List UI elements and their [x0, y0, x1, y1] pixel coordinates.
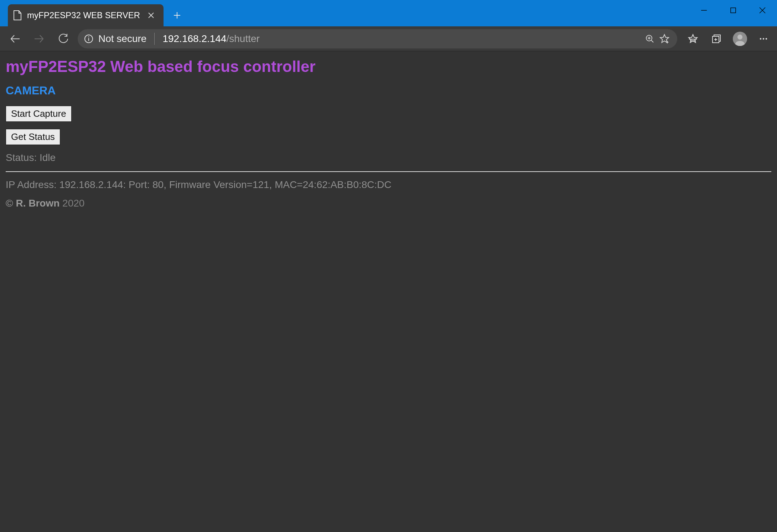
browser-window: myFP2ESP32 WEB SERVER	[0, 0, 777, 532]
browser-tab[interactable]: myFP2ESP32 WEB SERVER	[8, 4, 164, 26]
favorites-icon[interactable]	[684, 30, 701, 47]
get-status-button[interactable]: Get Status	[6, 129, 60, 145]
page-heading: myFP2ESP32 Web based focus controller	[6, 58, 771, 75]
titlebar: myFP2ESP32 WEB SERVER	[0, 0, 777, 26]
add-favorite-icon[interactable]	[659, 34, 669, 44]
url-path: /shutter	[226, 33, 259, 44]
new-tab-button[interactable]	[168, 6, 186, 25]
window-controls	[689, 0, 777, 26]
tabs-region: myFP2ESP32 WEB SERVER	[0, 0, 186, 26]
svg-rect-5	[731, 8, 736, 13]
copyright-year: 2020	[62, 198, 84, 209]
footer-info: IP Address: 192.168.2.144: Port: 80, Fir…	[6, 179, 771, 191]
close-tab-icon[interactable]	[145, 9, 157, 21]
status-value: Idle	[40, 152, 56, 163]
security-label: Not secure	[98, 33, 146, 45]
back-button[interactable]	[5, 29, 25, 49]
author-name: R. Brown	[16, 198, 59, 209]
start-capture-button[interactable]: Start Capture	[6, 106, 72, 122]
page-content: myFP2ESP32 Web based focus controller CA…	[0, 51, 777, 532]
more-menu-icon[interactable]	[755, 30, 772, 47]
refresh-button[interactable]	[53, 29, 73, 49]
status-label: Status:	[6, 152, 37, 163]
avatar-icon	[733, 32, 747, 46]
toolbar: Not secure 192.168.2.144/shutter	[0, 26, 777, 51]
maximize-button[interactable]	[719, 2, 748, 19]
divider	[6, 171, 771, 172]
button-row-2: Get Status	[6, 129, 771, 145]
address-separator	[154, 33, 155, 45]
page-icon	[13, 10, 22, 21]
section-heading: CAMERA	[6, 84, 771, 97]
button-row-1: Start Capture	[6, 106, 771, 122]
svg-point-29	[763, 38, 764, 39]
address-bar[interactable]: Not secure 192.168.2.144/shutter	[78, 29, 677, 48]
close-window-button[interactable]	[748, 2, 777, 19]
forward-button[interactable]	[29, 29, 49, 49]
svg-point-30	[766, 38, 767, 39]
url-display: 192.168.2.144/shutter	[162, 33, 640, 45]
svg-point-12	[88, 36, 89, 37]
svg-point-27	[737, 35, 742, 40]
minimize-button[interactable]	[689, 2, 719, 19]
collections-icon[interactable]	[708, 30, 725, 47]
site-info-icon[interactable]	[84, 34, 93, 43]
url-host: 192.168.2.144	[162, 33, 226, 44]
status-line: Status: Idle	[6, 152, 771, 163]
svg-marker-20	[689, 35, 697, 43]
profile-avatar[interactable]	[731, 30, 748, 47]
svg-line-14	[651, 40, 653, 42]
tab-title: myFP2ESP32 WEB SERVER	[27, 10, 140, 20]
copyright-symbol: ©	[6, 198, 13, 209]
toolbar-right	[682, 30, 772, 47]
copyright-line: © R. Brown 2020	[6, 198, 771, 209]
svg-point-28	[760, 38, 761, 39]
zoom-icon[interactable]	[645, 34, 654, 43]
